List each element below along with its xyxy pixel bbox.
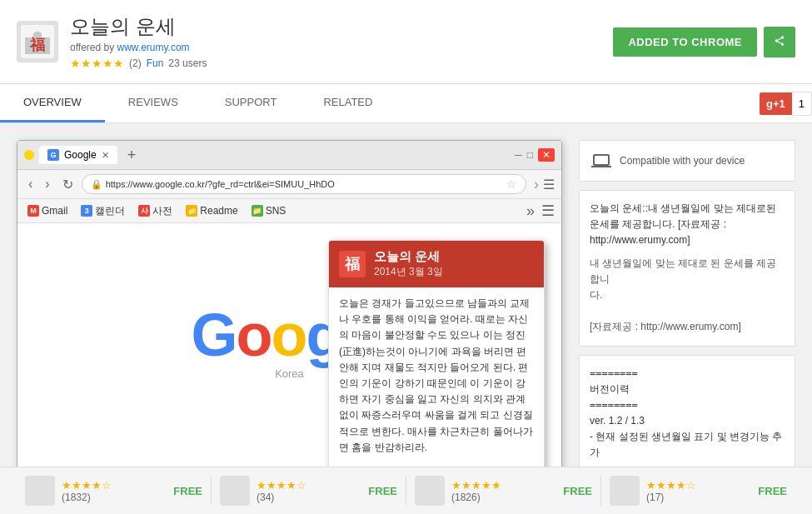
category-fun[interactable]: Fun (147, 57, 164, 69)
description-body: 내 생년월일에 맞는 제대로 된 운세를 제공합니다.[자료제공 : http:… (590, 256, 785, 336)
minimize-button[interactable] (24, 150, 34, 160)
right-panel: Compatible with your device 오늘의 운세::내 생년… (579, 140, 795, 514)
extension-info: 오늘의 운세 offered by www.erumy.com ★★★★★ (2… (70, 13, 613, 70)
settings-icon[interactable]: ☰ (541, 202, 555, 220)
bookmark-sns[interactable]: 📁 SNS (248, 203, 290, 218)
added-to-chrome-button[interactable]: ADDED TO CHROME (613, 27, 757, 57)
dict-icon: 사 (138, 205, 150, 217)
device-compat: Compatible with your device (579, 140, 795, 182)
popup-body: 오늘은 경재가 들고있으므로 남들과의 교제나 우호를 통해 이익을 얻어라. … (329, 287, 544, 464)
popup-header: 福 오늘의 운세 2014년 3월 3일 (329, 241, 544, 287)
svg-text:福: 福 (29, 37, 45, 53)
bottom-info-2: ★★★★☆ (34) (257, 479, 306, 503)
overflow-icon[interactable]: » (526, 202, 535, 220)
popup-fortune-icon: 福 (339, 251, 366, 277)
version-label: 버전이력 (590, 382, 785, 397)
popup-title: 오늘의 운세 (374, 249, 443, 265)
rating-count: (2) (129, 57, 142, 69)
tab-support[interactable]: SUPPORT (202, 84, 301, 122)
bookmarks-bar: M Gmail 3 캘린더 사 사전 📁 Readme 📁 SNS (17, 199, 561, 223)
browser-tab[interactable]: G Google ✕ (39, 146, 117, 164)
google-korea: Korea (275, 367, 304, 380)
bottom-stars-1: ★★★★☆ (62, 479, 112, 492)
sns-icon: 📁 (252, 205, 263, 217)
g-blue: G (191, 302, 236, 368)
offered-link[interactable]: www.erumy.com (117, 42, 189, 53)
calendar-label: 캘린더 (95, 204, 125, 218)
bottom-stars-4: ★★★★☆ (646, 479, 696, 492)
popup-date: 2014년 3월 3일 (374, 265, 443, 279)
bookmark-dict[interactable]: 사 사전 (135, 202, 176, 220)
gmail-label: Gmail (42, 205, 67, 217)
header-stars-row: ★★★★★ (2) Fun 23 users (70, 57, 613, 70)
refresh-button[interactable]: ↻ (58, 175, 77, 194)
version-divider2: ======== (590, 397, 785, 413)
bookmark-gmail[interactable]: M Gmail (24, 203, 71, 218)
device-icon (590, 149, 613, 172)
header-actions: ADDED TO CHROME (613, 27, 795, 57)
minimize-icon[interactable]: ─ (515, 149, 522, 161)
fun-link[interactable]: Fun (147, 57, 164, 69)
g-yellow: o (271, 302, 306, 368)
user-count: 23 users (168, 57, 207, 69)
tab-overview[interactable]: OVERVIEW (0, 84, 105, 122)
star-rating: ★★★★★ (70, 57, 124, 70)
new-tab-button[interactable]: + (122, 147, 142, 164)
back-button[interactable]: ‹ (24, 175, 37, 193)
maximize-icon[interactable]: □ (527, 149, 533, 161)
forward-button[interactable]: › (41, 175, 53, 193)
address-bar[interactable]: 🔒 https://www.google.co.kr/?gfe_rd=ctrl&… (82, 174, 526, 194)
extension-title: 오늘의 운세 (70, 13, 613, 40)
tab-title: Google (64, 149, 97, 161)
bottom-free-4: FREE (758, 485, 787, 497)
lock-icon: 🔒 (91, 179, 102, 190)
tab-close-button[interactable]: ✕ (102, 150, 109, 161)
main-content: G Google ✕ + ─ □ ✕ ‹ › ↻ 🔒 https://www.g (0, 123, 812, 514)
bottom-free-2: FREE (368, 485, 397, 497)
dict-label: 사전 (152, 204, 172, 218)
bottom-stars-3: ★★★★★ (451, 479, 501, 492)
bottom-item-1[interactable]: ★★★★☆ (1832) FREE (17, 476, 212, 506)
bottom-item-4[interactable]: ★★★★☆ (17) FREE (601, 476, 795, 506)
bottom-item-2[interactable]: ★★★★☆ (34) FREE (212, 476, 406, 506)
bottom-count-2: (34) (257, 492, 306, 503)
device-compat-text: Compatible with your device (620, 155, 745, 167)
gplus-g-icon[interactable]: g+1 (760, 92, 792, 115)
bottom-item-3[interactable]: ★★★★★ (1826) FREE (406, 476, 601, 506)
version-divider1: ======== (590, 366, 785, 382)
bottom-free-1: FREE (173, 485, 202, 497)
tab-favicon: G (47, 149, 59, 161)
address-text: https://www.google.co.kr/?gfe_rd=ctrl&ei… (106, 179, 503, 189)
readme-label: Readme (200, 205, 237, 217)
sns-label: SNS (266, 205, 286, 217)
header: 福 오늘의 운세 offered by www.erumy.com ★★★★★ … (0, 0, 812, 84)
browser-titlebar: G Google ✕ + ─ □ ✕ (17, 141, 561, 170)
bottom-count-4: (17) (646, 492, 696, 503)
gmail-icon: M (27, 205, 39, 217)
bottom-info-1: ★★★★☆ (1832) (62, 479, 112, 503)
left-panel: G Google ✕ + ─ □ ✕ ‹ › ↻ 🔒 https://www.g (17, 140, 562, 514)
bookmark-readme[interactable]: 📁 Readme (182, 203, 241, 218)
browser-window: G Google ✕ + ─ □ ✕ ‹ › ↻ 🔒 https://www.g (17, 140, 562, 474)
browser-menu-icon[interactable]: ☰ (543, 177, 555, 192)
bookmark-calendar[interactable]: 3 캘린더 (77, 202, 128, 220)
bottom-count-1: (1832) (62, 492, 112, 503)
gplus-button[interactable]: g+1 1 (760, 92, 812, 116)
close-icon[interactable]: ✕ (538, 148, 555, 162)
tab-reviews[interactable]: REVIEWS (105, 84, 202, 122)
bottom-count-3: (1826) (451, 492, 501, 503)
description-box: 오늘의 운세::내 생년월일에 맞는 제대로된 운세를 제공합니다. [자료제공… (579, 190, 795, 347)
browser-nav: ‹ › ↻ 🔒 https://www.google.co.kr/?gfe_rd… (17, 170, 561, 199)
bottom-thumb-3 (415, 476, 445, 506)
g-red: o (237, 302, 271, 368)
fortune-popup: 福 오늘의 운세 2014년 3월 3일 오늘은 경재가 들고있으므로 남들과의… (328, 240, 545, 473)
bottom-thumb-4 (610, 476, 640, 506)
bottom-thumb-2 (220, 476, 250, 506)
tab-related[interactable]: RELATED (300, 84, 396, 122)
bookmark-star-icon[interactable]: ☆ (506, 177, 517, 191)
share-button[interactable] (764, 27, 795, 57)
extension-icon: 福 (17, 21, 58, 62)
chevron-icon[interactable]: › (534, 176, 539, 193)
bottom-stars-2: ★★★★☆ (257, 479, 306, 492)
bottom-thumb-1 (25, 476, 55, 506)
